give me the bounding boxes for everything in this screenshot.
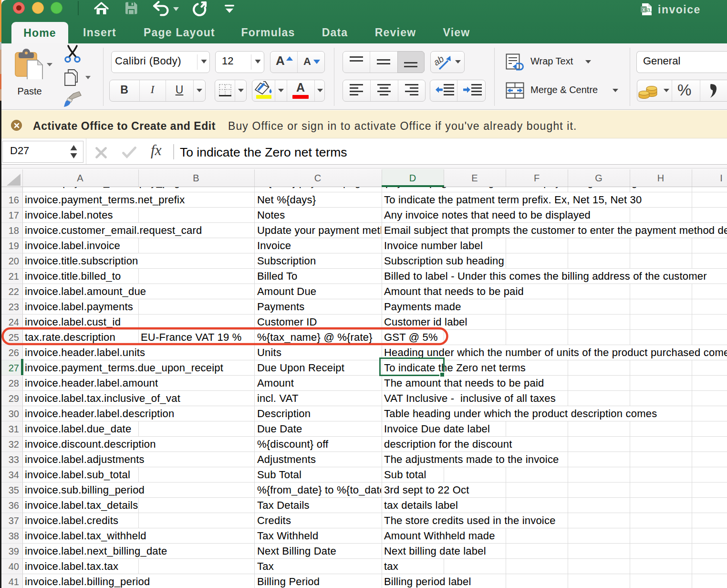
svg-text:a,: a, <box>647 6 653 13</box>
svg-text:x: x <box>643 6 645 13</box>
